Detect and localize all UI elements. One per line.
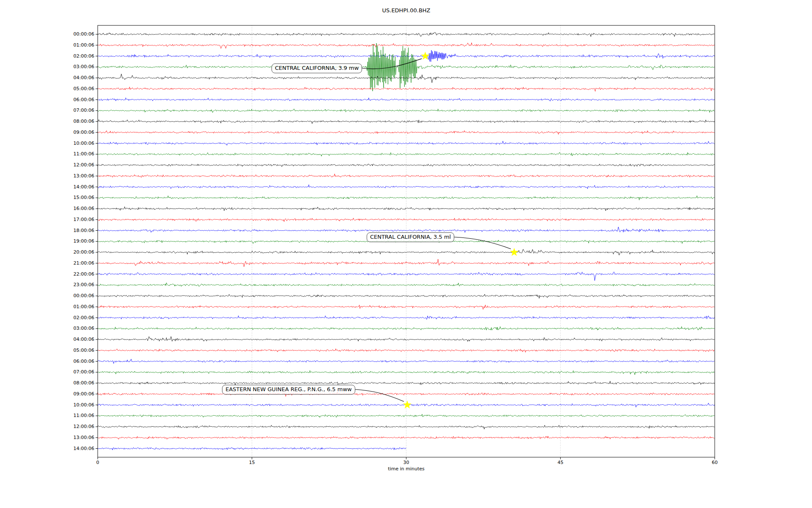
y-tick-label: 05:00:06 (60, 86, 94, 91)
y-tick-label: 21:00:06 (60, 261, 94, 266)
seismo-trace-row (98, 43, 715, 91)
seismo-trace-row (98, 141, 715, 145)
seismo-trace-row (98, 305, 715, 309)
y-tick-label: 03:00:06 (60, 326, 94, 331)
y-tick-label: 11:00:06 (60, 152, 94, 157)
y-tick-label: 20:00:06 (60, 250, 94, 255)
event-arrows (355, 59, 511, 402)
y-tick-label: 14:00:06 (60, 446, 94, 451)
helicorder-figure: US.EDHPI.00.BHZ 00:00:0601:00:0602:00:06… (0, 0, 812, 508)
y-tick-label: 04:00:06 (60, 337, 94, 342)
y-tick-label: 11:00:06 (60, 413, 94, 418)
event-arrow (355, 389, 404, 402)
y-tick-label: 17:00:06 (60, 217, 94, 222)
seismo-trace-row (98, 316, 715, 320)
event-star-icon (510, 248, 518, 256)
y-tick-label: 13:00:06 (60, 435, 94, 440)
x-axis-title: time in minutes (388, 466, 424, 472)
event-annotation: CENTRAL CALIFORNIA, 3.9 mw (272, 64, 362, 73)
y-tick-label: 08:00:06 (60, 119, 94, 124)
y-tick-label: 12:00:06 (60, 163, 94, 168)
seismogram-plot (0, 0, 812, 508)
seismo-trace-row (98, 120, 715, 124)
seismo-trace-row (98, 447, 406, 450)
y-tick-label: 05:00:06 (60, 348, 94, 353)
y-tick-label: 13:00:06 (60, 174, 94, 179)
y-tick-label: 23:00:06 (60, 282, 94, 287)
page-title: US.EDHPI.00.BHZ (98, 7, 715, 14)
y-tick-label: 08:00:06 (60, 381, 94, 386)
seismo-trace-row (98, 87, 715, 91)
y-tick-label: 09:00:06 (60, 392, 94, 397)
seismo-trace-row (98, 227, 715, 232)
seismo-trace-row (98, 359, 715, 364)
x-tick-label: 45 (557, 460, 563, 465)
y-tick-label: 16:00:06 (60, 206, 94, 211)
y-tick-label: 15:00:06 (60, 195, 94, 200)
y-tick-label: 10:00:06 (60, 403, 94, 408)
y-tick-label: 01:00:06 (60, 304, 94, 309)
y-tick-label: 07:00:06 (60, 108, 94, 113)
y-tick-label: 09:00:06 (60, 130, 94, 135)
x-tick-label: 0 (96, 460, 99, 465)
y-tick-label: 01:00:06 (60, 43, 94, 48)
x-tick-label: 15 (249, 460, 255, 465)
y-tick-label: 04:00:06 (60, 75, 94, 80)
y-tick-label: 12:00:06 (60, 424, 94, 429)
y-tick-label: 00:00:06 (60, 32, 94, 37)
y-tick-label: 00:00:06 (60, 293, 94, 298)
event-star-icon (403, 400, 411, 409)
y-tick-label: 07:00:06 (60, 370, 94, 375)
y-tick-label: 14:00:06 (60, 185, 94, 190)
x-tick-label: 60 (712, 460, 718, 465)
y-tick-label: 18:00:06 (60, 228, 94, 233)
y-tick-label: 06:00:06 (60, 97, 94, 102)
event-annotation: CENTRAL CALIFORNIA, 3.5 ml (367, 232, 454, 242)
y-tick-label: 02:00:06 (60, 315, 94, 320)
seismo-trace-row (98, 196, 715, 200)
y-tick-label: 06:00:06 (60, 359, 94, 364)
y-tick-label: 02:00:06 (60, 54, 94, 59)
x-tick-label: 30 (403, 460, 409, 465)
y-tick-label: 03:00:06 (60, 64, 94, 69)
event-annotation: EASTERN NEW GUINEA REG., P.N.G., 6.5 mww (222, 385, 355, 395)
event-arrow (454, 237, 511, 249)
y-tick-label: 10:00:06 (60, 141, 94, 146)
y-tick-label: 19:00:06 (60, 239, 94, 244)
y-tick-label: 22:00:06 (60, 272, 94, 277)
seismo-trace-row (98, 174, 715, 177)
